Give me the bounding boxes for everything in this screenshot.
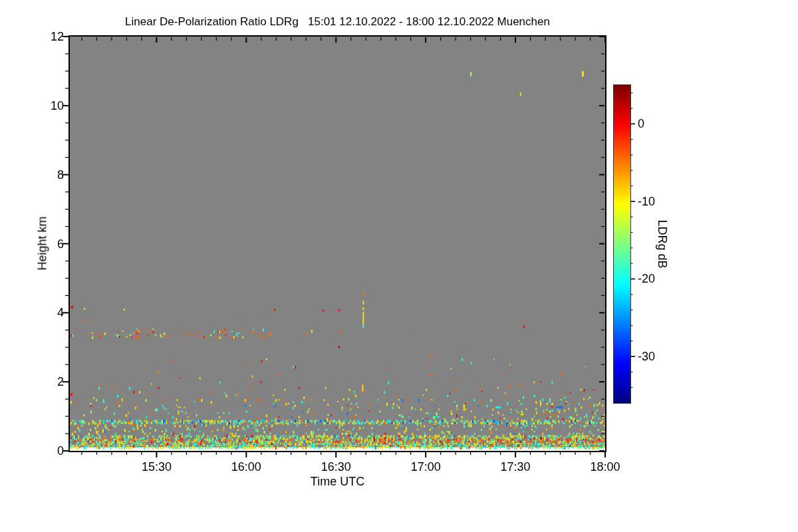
colorbar-tick-label: 0: [638, 116, 644, 131]
x-tick-label: 17:30: [487, 460, 543, 474]
y-tick-label: 6: [29, 237, 64, 251]
x-tick-label: 17:00: [398, 460, 454, 474]
x-tick-label: 16:30: [308, 460, 364, 474]
x-axis-label: Time UTC: [70, 475, 605, 489]
x-tick-label: 18:00: [577, 460, 633, 474]
x-tick-label: 16:00: [218, 460, 274, 474]
y-tick-label: 4: [29, 305, 64, 320]
colorbar-label: LDRg dB: [655, 219, 669, 268]
y-tick-label: 8: [29, 168, 64, 182]
colorbar-tick-label: -10: [638, 194, 655, 209]
colorbar-tick-label: -20: [638, 271, 655, 286]
heatmap-canvas: [0, 0, 798, 532]
x-tick-label: 15:30: [128, 460, 184, 474]
y-tick-label: 10: [29, 98, 64, 113]
y-tick-label: 2: [29, 374, 64, 389]
y-tick-label: 0: [29, 444, 64, 458]
colorbar-tick-label: -30: [638, 349, 655, 364]
chart-title: Linear De-Polarization Ratio LDRg 15:01 …: [70, 15, 605, 29]
figure: Linear De-Polarization Ratio LDRg 15:01 …: [0, 0, 798, 532]
y-tick-label: 12: [29, 29, 64, 44]
